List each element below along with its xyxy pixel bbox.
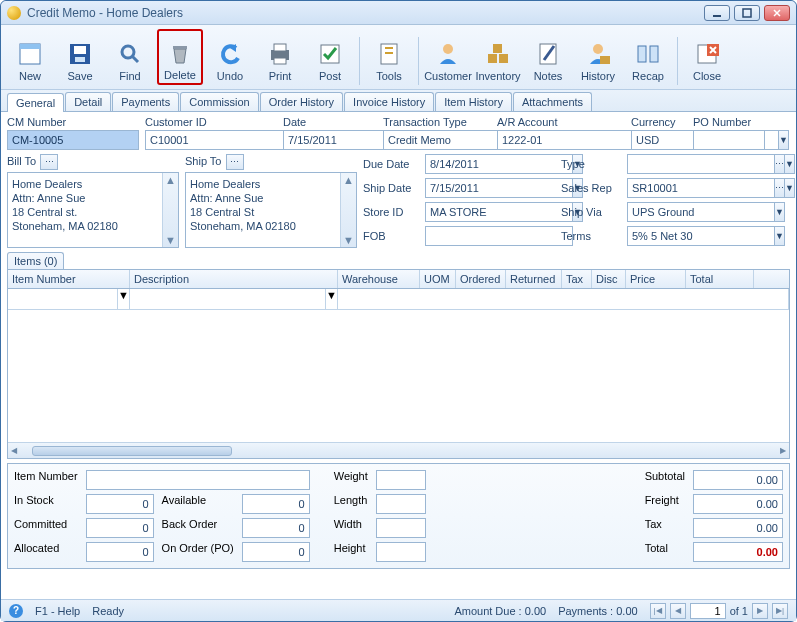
col-total[interactable]: Total [686,270,754,288]
ship-via-dropdown[interactable]: ▼ [775,202,785,222]
pager-last[interactable]: ▶| [772,603,788,619]
fob-input[interactable] [425,226,573,246]
f-item-number-label: Item Number [14,470,78,490]
toolbar-customer-button[interactable]: Customer [425,29,471,85]
filter-item-number[interactable] [8,289,117,309]
pager-next[interactable]: ▶ [752,603,768,619]
col-price[interactable]: Price [626,270,686,288]
col-warehouse[interactable]: Warehouse [338,270,420,288]
ship-date-input[interactable] [425,178,573,198]
svg-rect-22 [499,54,508,63]
toolbar-history-button[interactable]: History [575,29,621,85]
svg-line-10 [132,56,138,62]
toolbar-tools-button[interactable]: Tools [366,29,412,85]
filter-description[interactable] [130,289,325,309]
type-input[interactable] [627,154,775,174]
close-icon [691,38,723,70]
ship-to-address[interactable]: Home DealersAttn: Anne Sue18 Central StS… [185,172,357,248]
svg-rect-29 [650,46,658,62]
col-uom[interactable]: UOM [420,270,456,288]
bill-to-address[interactable]: Home DealersAttn: Anne Sue18 Central st.… [7,172,179,248]
col-ordered[interactable]: Ordered [456,270,506,288]
print-icon [264,38,296,70]
tab-invoice-history[interactable]: Invoice History [344,92,434,111]
po-number-label: PO Number [693,116,765,128]
sales-rep-input[interactable] [627,178,775,198]
tab-content-general: CM Number Customer ID ▼ Date ▼ Transacti… [1,112,796,599]
sales-rep-lookup[interactable]: ⋯ [775,178,785,198]
titlebar: Credit Memo - Home Dealers [1,1,796,25]
help-text[interactable]: F1 - Help [35,605,80,617]
billto-scrollbar[interactable]: ▲▼ [162,173,178,247]
help-icon[interactable]: ? [9,604,23,618]
tab-general[interactable]: General [7,93,64,112]
po-number-input[interactable] [693,130,765,150]
col-disc[interactable]: Disc [592,270,626,288]
status-amount-due: Amount Due : 0.00 [454,605,546,617]
currency-label: Currency [631,116,687,128]
type-dropdown[interactable]: ▼ [785,154,795,174]
cm-number-input[interactable] [7,130,139,150]
terms-dropdown[interactable]: ▼ [775,226,785,246]
grid-hscroll[interactable]: ◀▶ [8,442,789,458]
tab-order-history[interactable]: Order History [260,92,343,111]
toolbar-inventory-button[interactable]: Inventory [475,29,521,85]
toolbar-save-button[interactable]: Save [57,29,103,85]
filter-item-number-dropdown[interactable]: ▼ [117,289,129,309]
toolbar-notes-button[interactable]: Notes [525,29,571,85]
toolbar-post-button[interactable]: Post [307,29,353,85]
close-window-button[interactable] [764,5,790,21]
col-tax[interactable]: Tax [562,270,592,288]
pager-first[interactable]: |◀ [650,603,666,619]
ship-date-label: Ship Date [363,178,419,198]
toolbar-post-label: Post [319,70,341,82]
items-tab-header[interactable]: Items (0) [7,252,64,269]
col-returned[interactable]: Returned [506,270,562,288]
bill-to-lookup[interactable]: ⋯ [40,154,58,170]
toolbar-new-button[interactable]: New [7,29,53,85]
ship-to-lookup[interactable]: ⋯ [226,154,244,170]
toolbar-find-button[interactable]: Find [107,29,153,85]
txn-type-label: Transaction Type [383,116,491,128]
maximize-button[interactable] [734,5,760,21]
shipto-line: Stoneham, MA 02180 [190,219,352,233]
f-weight [376,470,426,490]
tab-attachments[interactable]: Attachments [513,92,592,111]
tab-payments[interactable]: Payments [112,92,179,111]
pager-prev[interactable]: ◀ [670,603,686,619]
tab-commission[interactable]: Commission [180,92,259,111]
type-lookup[interactable]: ⋯ [775,154,785,174]
terms-input[interactable] [627,226,775,246]
store-id-input[interactable] [425,202,573,222]
pager-page-input[interactable] [690,603,726,619]
shipto-line: Attn: Anne Sue [190,191,352,205]
sales-rep-dropdown[interactable]: ▼ [785,178,795,198]
ship-via-input[interactable] [627,202,775,222]
billto-line: Home Dealers [12,177,174,191]
toolbar-delete-button[interactable]: Delete [157,29,203,85]
currency-dropdown[interactable]: ▼ [779,130,789,150]
toolbar-undo-button[interactable]: Undo [207,29,253,85]
col-item-number[interactable]: Item Number [8,270,130,288]
tab-detail[interactable]: Detail [65,92,111,111]
svg-rect-11 [173,46,187,49]
filter-description-dropdown[interactable]: ▼ [325,289,337,309]
col-description[interactable]: Description [130,270,338,288]
toolbar-print-button[interactable]: Print [257,29,303,85]
due-date-label: Due Date [363,154,419,174]
ar-account-input[interactable] [497,130,645,150]
history-icon [582,38,614,70]
grid-body[interactable] [8,310,789,442]
toolbar-close-button[interactable]: Close [684,29,730,85]
minimize-button[interactable] [704,5,730,21]
tab-item-history[interactable]: Item History [435,92,512,111]
toolbar-recap-button[interactable]: Recap [625,29,671,85]
shipto-scrollbar[interactable]: ▲▼ [340,173,356,247]
ar-account-label: A/R Account [497,116,625,128]
f-freight[interactable] [693,494,783,514]
due-date-input[interactable] [425,154,573,174]
customer-id-input[interactable] [145,130,293,150]
svg-point-20 [443,44,453,54]
toolbar: NewSaveFindDeleteUndoPrintPostToolsCusto… [1,25,796,90]
terms-label: Terms [561,226,621,246]
